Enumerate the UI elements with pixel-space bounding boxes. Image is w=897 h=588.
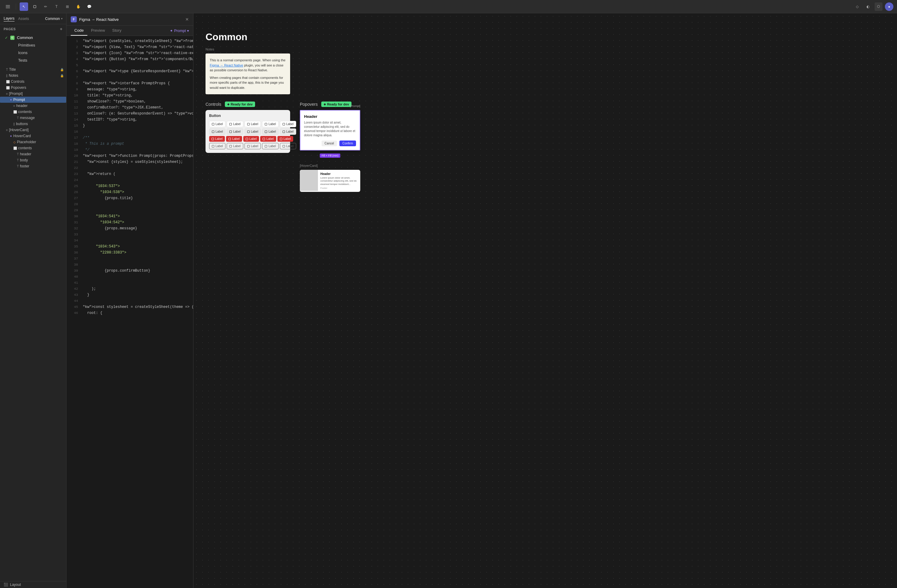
add-page-button[interactable]: +: [60, 27, 63, 31]
line-number: 6: [71, 69, 78, 74]
btn-1-5[interactable]: Label: [280, 121, 296, 127]
btn-2-4[interactable]: Label: [262, 129, 279, 135]
confirm-button[interactable]: Confirm: [340, 141, 356, 146]
btn-2-2[interactable]: Label: [227, 129, 243, 135]
page-item-common[interactable]: ✓ C Common: [0, 34, 66, 41]
header2-layer[interactable]: T header: [0, 151, 66, 157]
hand-tool[interactable]: ✋: [74, 2, 83, 11]
line-content: showClose?: "type">boolean,: [83, 99, 189, 104]
text-tool[interactable]: T: [52, 2, 61, 11]
story-tab[interactable]: Story: [109, 26, 125, 36]
plugin-title: Figma → React Native: [79, 17, 119, 22]
frame-tool[interactable]: [31, 2, 39, 11]
line-content: */: [83, 147, 189, 153]
hovercard-group-icon: ≡: [6, 129, 8, 132]
notes-link[interactable]: Figma → React Native: [210, 63, 243, 67]
component-tool[interactable]: ⊞: [63, 2, 72, 11]
code-line: 35 "1034:543">: [66, 244, 193, 250]
menu-icon[interactable]: [4, 2, 12, 11]
btn-1-2[interactable]: Label: [227, 121, 243, 127]
btn-icon: [263, 138, 265, 140]
btn-2-1[interactable]: Label: [209, 129, 225, 135]
hover-card-section: [HoverCard] Header Lorem ipsum dolor sit…: [300, 164, 360, 192]
btn-3-2[interactable]: Label: [226, 136, 242, 142]
btn-3-4[interactable]: Label: [260, 136, 276, 142]
contents2-layer[interactable]: ⬜ contents: [0, 145, 66, 151]
contents-layer[interactable]: ⬜ contents: [0, 109, 66, 115]
hovercard-group[interactable]: ≡ [HoverCard]: [0, 127, 66, 133]
code-line: 7: [66, 75, 193, 81]
prompt-group[interactable]: ≡ [Prompt]: [0, 90, 66, 97]
controls-frame-icon: ⬜: [6, 80, 10, 83]
prompt-layer[interactable]: ✦ Prompt: [0, 97, 66, 103]
btn-3-3[interactable]: Label: [243, 136, 259, 142]
placeholder-layer[interactable]: ◇ Placeholder: [0, 139, 66, 145]
prompt-button[interactable]: ✦ Prompt ▾: [170, 29, 189, 33]
btn-1-4[interactable]: Label: [262, 121, 279, 127]
btn-4-1[interactable]: Label: [209, 143, 225, 149]
footer-layer[interactable]: T footer: [0, 163, 66, 169]
button-row-1: Label Label Label Label Label: [209, 121, 286, 127]
common-tab[interactable]: Common ▾: [45, 17, 63, 21]
page-item-primitives[interactable]: Primitives: [0, 41, 66, 49]
btn-1-1[interactable]: Label: [209, 121, 225, 127]
preview-tab[interactable]: Preview: [87, 26, 109, 36]
popovers-layer[interactable]: ⬜ Popovers: [0, 84, 66, 90]
message-layer[interactable]: T message: [0, 115, 66, 121]
btn-icon: [283, 123, 285, 126]
buttons-frame-icon: ‖: [13, 122, 15, 126]
line-number: 1: [71, 38, 78, 44]
code-line: 15}: [66, 123, 193, 129]
btn-1-3[interactable]: Label: [245, 121, 261, 127]
btn-2-5[interactable]: Label: [280, 129, 296, 135]
share-icon[interactable]: ⬡: [875, 2, 883, 11]
line-number: 25: [71, 184, 78, 189]
btn-4-5[interactable]: Label: [280, 143, 296, 149]
diamond-icon[interactable]: ◇: [853, 2, 861, 11]
line-content: "kw">import "kw">type {GestureResponderE…: [83, 69, 193, 74]
svg-rect-1: [6, 6, 10, 7]
layout-item[interactable]: ⬛ Layout: [0, 581, 66, 588]
btn-icon: [265, 130, 267, 133]
vector-tool[interactable]: ✏: [41, 2, 50, 11]
line-content: }: [83, 292, 189, 298]
assets-tab[interactable]: Assets: [18, 16, 29, 21]
buttons-layer[interactable]: ‖ buttons: [0, 121, 66, 127]
btn-icon: [212, 145, 214, 147]
canvas-title: Common: [205, 31, 360, 43]
btn-3-1[interactable]: Label: [209, 136, 225, 142]
canvas-area[interactable]: Common Notes This is a normal components…: [193, 13, 897, 588]
title-layer[interactable]: T Title 🔒: [0, 66, 66, 72]
cancel-button[interactable]: Cancel: [321, 141, 337, 146]
code-panel[interactable]: 1"kw">import {useStyles, createStyleShee…: [66, 36, 193, 588]
btn-4-3[interactable]: Label: [245, 143, 261, 149]
button-card-title: Button: [209, 113, 286, 118]
plugin-close-button[interactable]: ✕: [185, 17, 189, 22]
btn-4-2[interactable]: Label: [227, 143, 243, 149]
code-tab[interactable]: Code: [71, 26, 87, 36]
fill-badge: Fill × Fill (min): [320, 153, 340, 158]
hovercard-layer[interactable]: ✦ HoverCard: [0, 133, 66, 139]
select-tool[interactable]: ↖: [20, 2, 28, 11]
code-line: 40: [66, 274, 193, 280]
theme-icon[interactable]: ◐: [864, 2, 872, 11]
layers-tab[interactable]: Layers: [4, 16, 14, 21]
controls-layer[interactable]: ⬜ Controls: [0, 78, 66, 84]
header-layer[interactable]: ≡ header: [0, 103, 66, 109]
line-number: 21: [71, 159, 78, 165]
comment-tool[interactable]: 💬: [85, 2, 93, 11]
page-item-tests[interactable]: Tests: [0, 57, 66, 64]
page-item-icons[interactable]: Icons: [0, 49, 66, 57]
code-line: 33: [66, 232, 193, 238]
avatar-icon[interactable]: ●: [885, 2, 893, 11]
btn-icon: [280, 138, 282, 140]
body-layer[interactable]: T body: [0, 157, 66, 163]
btn-3-5[interactable]: Label: [277, 136, 293, 142]
left-panel-bottom: ⬛ Layout: [0, 581, 66, 588]
notes-layer[interactable]: ‖ Notes 🔒: [0, 72, 66, 78]
btn-4-4[interactable]: Label: [262, 143, 279, 149]
code-line: 13 onClose?: (e: GestureResponderEvent) …: [66, 111, 193, 117]
line-content: "kw">import {useStyles, createStyleSheet…: [83, 38, 193, 44]
btn-2-3[interactable]: Label: [245, 129, 261, 135]
line-number: 46: [71, 310, 78, 316]
